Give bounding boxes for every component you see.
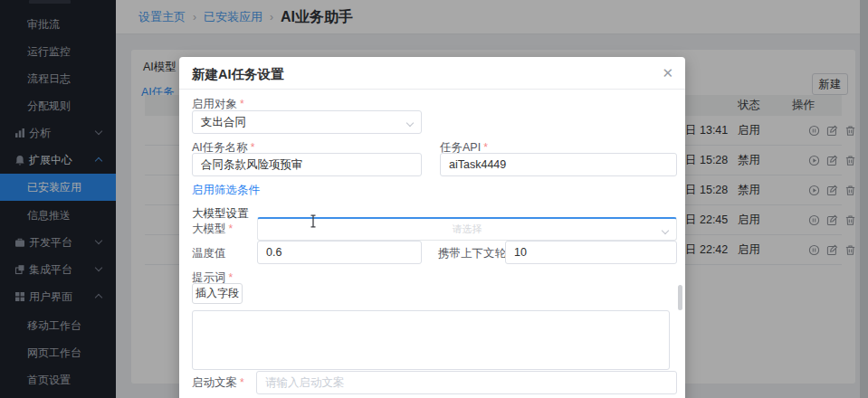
model-select[interactable]: 请选择 — [257, 217, 677, 241]
text-cursor-pointer — [309, 214, 318, 228]
insert-field-button[interactable]: 插入字段 — [192, 283, 243, 304]
chevron-down-icon — [406, 119, 414, 127]
context-rounds-input[interactable] — [505, 241, 677, 264]
dialog-header: 新建AI任务设置 ✕ — [179, 57, 685, 90]
launch-text-label: 启动文案 — [192, 375, 244, 391]
enable-filter-link[interactable]: 启用筛选条件 — [192, 183, 260, 198]
model-settings-section-title: 大模型设置 — [192, 206, 249, 222]
enable-object-select[interactable]: 支出合同 — [192, 110, 422, 134]
launch-text-input[interactable] — [256, 371, 677, 394]
prompt-textarea[interactable] — [192, 310, 670, 370]
model-select-placeholder: 请选择 — [266, 219, 668, 239]
temperature-input[interactable] — [257, 241, 422, 264]
temperature-label: 温度值 — [192, 246, 226, 261]
close-icon[interactable]: ✕ — [662, 64, 673, 82]
dialog-scrollbar-thumb[interactable] — [678, 285, 682, 310]
task-api-input[interactable] — [440, 153, 677, 176]
new-ai-task-dialog: 新建AI任务设置 ✕ 启用对象 支出合同 AI任务名称 任务API 启用筛选条件… — [179, 57, 685, 398]
app-window: 审批流运行监控流程日志分配规则分析扩展中心已安装应用信息推送开发平台集成平台用户… — [0, 0, 868, 398]
enable-object-value: 支出合同 — [201, 116, 246, 128]
task-name-input[interactable] — [192, 153, 422, 176]
dialog-title: 新建AI任务设置 — [192, 66, 284, 83]
model-label: 大模型 — [192, 222, 233, 237]
